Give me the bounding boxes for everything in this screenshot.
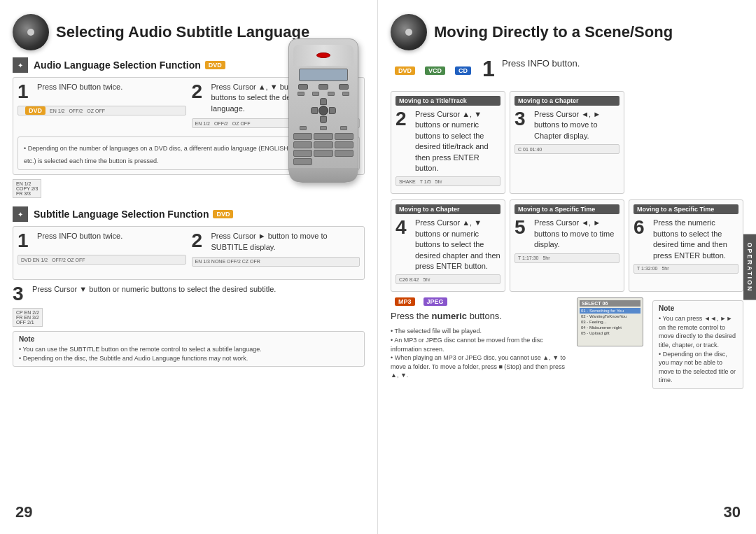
mp3-badges-row: MP3 JPEG — [391, 297, 571, 306]
subtitle-note-title: Note — [19, 335, 358, 343]
mp3-step: Press the numeric buttons. — [391, 310, 571, 323]
audio-step2-num: 2 — [192, 82, 206, 101]
subtitle-note-line1: • You can use the SUBTITLE button on the… — [19, 345, 358, 354]
audio-status-bar-1: DVD EN 1/2 OFF/2 OZ OFF — [18, 106, 186, 115]
remote-mid-buttons — [293, 92, 354, 96]
right-badge-cd: CD — [455, 66, 471, 75]
card-specific-time-mid: Moving to a Specific Time 5 Press Cursor… — [510, 199, 624, 292]
subtitle-dvd-badge: DVD — [213, 210, 233, 218]
card-title-track: Moving to a Title/Track 2 Press Cursor ▲… — [391, 91, 505, 194]
card-specific-time-mid-num: 5 — [514, 218, 528, 237]
left-title: Selecting Audio Subtitle Language — [56, 23, 309, 41]
subtitle-step2-text: Press Cursor ► button to move to SUBTITL… — [211, 231, 360, 253]
card-specific-time-right-num: 6 — [634, 218, 648, 237]
subtitle-step3-num: 3 — [13, 284, 27, 304]
remote-btn-sm-1 — [298, 92, 304, 96]
remote-top-buttons — [293, 84, 354, 90]
card-chapter-right: Moving to a Chapter 3 Press Cursor ◄, ► … — [510, 91, 624, 194]
card-specific-time-right-header: Moving to a Specific Time — [634, 204, 738, 214]
card-chapter-left-num: 4 — [396, 218, 410, 237]
remote-dpad-down — [320, 116, 327, 123]
subtitle-step3: 3 Press Cursor ▼ button or numeric butto… — [13, 284, 365, 304]
audio-step1-text: Press INFO button twice. — [37, 82, 122, 92]
right-note-line2: • Depending on the disc, you may not be … — [659, 350, 737, 385]
card-specific-time-mid-header: Moving to a Specific Time — [514, 204, 620, 214]
subtitle-steps-box: 1 Press INFO button twice. DVD EN 1/2 OF… — [13, 226, 365, 280]
card-chapter-right-header: Moving to a Chapter — [514, 96, 620, 106]
audio-display-1: EN 1/2 COPY 2/3 FR 3/3 — [13, 179, 41, 198]
mp3-section: MP3 JPEG Press the numeric buttons. • Th… — [391, 297, 743, 389]
remote-num-8 — [314, 150, 332, 157]
specific-time-mid-status: T 1:17:30 5hr — [514, 253, 620, 263]
subtitle-subsection: Subtitle Language Selection Function DVD… — [13, 206, 365, 367]
subtitle-subsection-header: Subtitle Language Selection Function DVD — [13, 206, 365, 222]
remote-btn-1 — [298, 84, 308, 90]
jpeg-badge: JPEG — [424, 297, 447, 306]
remote-num-3 — [335, 133, 354, 140]
remote-btn-3 — [339, 84, 349, 90]
remote-indicator — [316, 52, 330, 58]
remote-play-buttons — [293, 126, 354, 130]
right-title: Moving Directly to a Scene/Song — [434, 23, 673, 41]
right-badge-vcd: VCD — [425, 66, 445, 75]
remote-play — [300, 126, 307, 130]
card-chapter-left-header: Moving to a Chapter — [396, 204, 500, 214]
select-screen-item-2: 02 - WantingToKnowYou — [580, 314, 640, 319]
remote-numpad — [293, 133, 354, 165]
remote-dpad-center — [318, 106, 328, 115]
title-track-status: SHAKE T 1/5 5hr — [396, 176, 500, 186]
subtitle-list: CP EN 2/2 FR EN 3/2 OFF 2/1 — [13, 308, 43, 327]
right-step1-text: Press INFO button. — [502, 57, 580, 70]
chapter-left-status: C26 8:42 5hr — [396, 274, 500, 284]
subtitle-step1-col: 1 Press INFO button twice. DVD EN 1/2 OF… — [18, 231, 186, 269]
select-screen: SELECT 06 01 - Something for You 02 - Wa… — [577, 297, 643, 346]
card-chapter-left-body: 4 Press Cursor ▲, ▼ buttons or numeric b… — [396, 218, 500, 272]
remote-body — [288, 38, 358, 183]
audio-bullet-icon — [13, 57, 28, 73]
subtitle-display-list: CP EN 2/2 FR EN 3/2 OFF 2/1 — [13, 308, 365, 327]
subtitle-step1: 1 Press INFO button twice. — [18, 231, 186, 251]
card-chapter-right-text: Press Cursor ◄, ► buttons to move to Cha… — [534, 109, 620, 141]
remote-stop — [320, 126, 327, 130]
card-specific-time-right-text: Press the numeric buttons to select the … — [653, 218, 738, 261]
subtitle-bullet-icon — [13, 206, 28, 222]
remote-num-1 — [293, 133, 312, 140]
card-title-track-text: Press Cursor ▲, ▼ buttons or numeric but… — [415, 109, 500, 174]
remote-top — [293, 45, 354, 66]
remote-dpad-left — [311, 107, 318, 114]
mp3-bullet-3: • When playing an MP3 or JPEG disc, you … — [391, 353, 571, 380]
card-title-track-num: 2 — [396, 109, 410, 129]
right-badge-dvd: DVD — [395, 66, 415, 75]
card-specific-time-right: Moving to a Specific Time 6 Press the nu… — [629, 199, 743, 292]
operation-tab: OPERATION — [743, 234, 756, 300]
remote-btn-sm-4 — [342, 92, 349, 96]
mp3-left: MP3 JPEG Press the numeric buttons. • Th… — [391, 297, 571, 389]
audio-dvd-badge: DVD — [205, 61, 225, 69]
mp3-bullets: • The selected file will be played. • An… — [391, 327, 571, 380]
subtitle-step1-num: 1 — [18, 231, 31, 251]
right-note-box: Note • You can press ◄◄, ►► on the remot… — [652, 300, 743, 389]
subtitle-status-1: DVD EN 1/2 OFF/2 OZ OFF — [18, 255, 186, 265]
disc-icon-right — [391, 14, 427, 50]
remote-num-7 — [293, 150, 312, 157]
remote-num-9 — [335, 150, 354, 157]
remote-num-4 — [293, 141, 312, 148]
mp3-bullet-1: • The selected file will be played. — [391, 327, 571, 336]
mp3-badge: MP3 — [395, 297, 415, 306]
right-page: Moving Directly to a Scene/Song DVD VCD … — [378, 0, 756, 534]
audio-step1-col: 1 Press INFO button twice. DVD EN 1/2 OF… — [18, 82, 186, 131]
bottom-steps-grid: Moving to a Chapter 4 Press Cursor ▲, ▼ … — [391, 199, 743, 292]
card-specific-time-mid-body: 5 Press Cursor ◄, ► buttons to move to t… — [514, 218, 620, 250]
remote-btn-sm-3 — [328, 92, 335, 96]
select-screen-item-4: 04 - Midsummer night — [580, 325, 640, 330]
remote-dpad-right — [329, 107, 336, 114]
remote-btn-2 — [318, 84, 328, 90]
disc-icon-left — [13, 14, 49, 50]
sb-dvd: DVD — [25, 106, 46, 115]
remote-num-2 — [314, 133, 332, 140]
mp3-step-text: Press the numeric buttons. — [391, 310, 502, 323]
subtitle-step2: 2 Press Cursor ► button to move to SUBTI… — [192, 231, 360, 253]
specific-time-right-status: T 1:32:00 5hr — [634, 264, 738, 274]
card-specific-time-mid-text: Press Cursor ◄, ► buttons to move to tim… — [534, 218, 620, 250]
remote-screen — [299, 69, 348, 81]
